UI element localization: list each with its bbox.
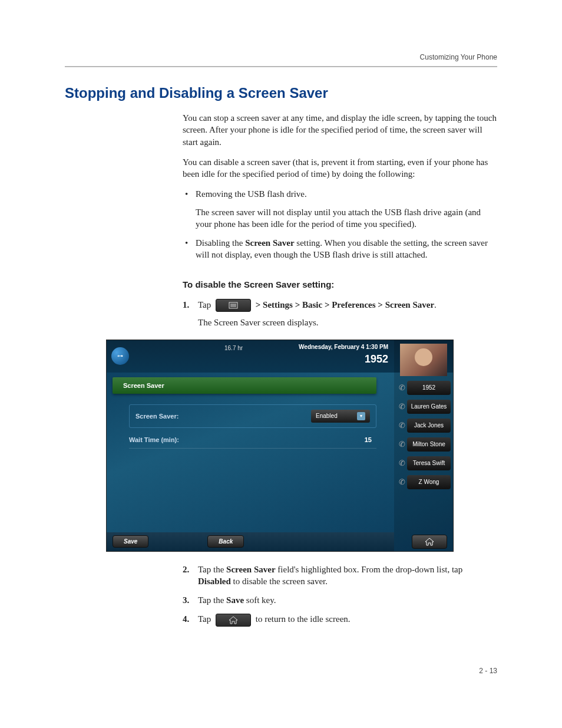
contact-item[interactable]: ✆ Milton Stone bbox=[396, 436, 451, 453]
screen-title: Screen Saver bbox=[113, 377, 376, 394]
bullet-1: Removing the USB flash drive. The screen… bbox=[183, 188, 497, 230]
contacts-sidebar: ✆ 1952 ✆ Lauren Gates ✆ Jack Jones ✆ Mil… bbox=[394, 340, 453, 551]
contact-label: Teresa Swift bbox=[407, 456, 451, 470]
phone-icon: ✆ bbox=[396, 459, 407, 467]
phone-icon: ✆ bbox=[396, 421, 407, 430]
saver-label: Screen Saver: bbox=[135, 413, 311, 420]
step-3-a: Tap the bbox=[198, 595, 226, 605]
paragraph-1: You can stop a screen saver at any time,… bbox=[183, 112, 497, 148]
main-panel: Screen Saver Screen Saver: Enabled ▾ Wai… bbox=[107, 373, 394, 532]
wait-value[interactable]: 15 bbox=[365, 436, 376, 443]
contact-label: Jack Jones bbox=[407, 419, 451, 433]
step-2-c: field's highlighted box. From the drop-d… bbox=[276, 565, 463, 574]
contact-item[interactable]: ✆ Lauren Gates bbox=[396, 398, 451, 415]
step-4: Tap to return to the idle screen. bbox=[183, 613, 497, 627]
step-2-d: Disabled bbox=[198, 577, 231, 586]
step-2-a: Tap the bbox=[198, 565, 226, 574]
bullet-1-sub: The screen saver will not display until … bbox=[196, 206, 497, 230]
contact-item[interactable]: ✆ Z Wong bbox=[396, 474, 451, 490]
extension-label: 1952 bbox=[365, 353, 388, 365]
back-softkey[interactable]: Back bbox=[207, 535, 244, 548]
step-3-b: Save bbox=[226, 595, 244, 605]
wait-time-row: Wait Time (min): 15 bbox=[129, 436, 376, 449]
datetime-label: Wednesday, February 4 1:30 PM bbox=[299, 344, 388, 350]
page-number: 2 - 13 bbox=[479, 667, 497, 675]
contact-item[interactable]: ✆ 1952 bbox=[396, 380, 451, 396]
contact-item[interactable]: ✆ Jack Jones bbox=[396, 417, 451, 434]
chevron-down-icon: ▾ bbox=[357, 412, 365, 420]
step-4-b: to return to the idle screen. bbox=[256, 614, 351, 624]
menu-button-icon bbox=[216, 299, 251, 312]
bullet-2: Disabling the Screen Saver setting. When… bbox=[183, 237, 497, 261]
header-divider bbox=[65, 66, 497, 67]
wait-label: Wait Time (min): bbox=[129, 436, 365, 443]
step-2-e: to disable the screen saver. bbox=[231, 577, 328, 586]
phone-icon: ✆ bbox=[396, 402, 407, 411]
paragraph-2: You can disable a screen saver (that is,… bbox=[183, 156, 497, 180]
phone-icon: ✆ bbox=[396, 440, 407, 449]
home-button-icon bbox=[216, 614, 251, 627]
contact-label: Z Wong bbox=[407, 475, 451, 489]
saver-value: Enabled bbox=[316, 413, 338, 419]
screen-saver-row: Screen Saver: Enabled ▾ bbox=[129, 404, 376, 428]
section-title: Stopping and Disabling a Screen Saver bbox=[65, 85, 497, 101]
header-breadcrumb: Customizing Your Phone bbox=[65, 53, 497, 61]
step-1-text-c: . bbox=[434, 300, 437, 309]
phone-screenshot: ⊶ 16.7 hr Wednesday, February 4 1:30 PM … bbox=[106, 340, 454, 552]
usb-icon[interactable]: ⊶ bbox=[111, 347, 129, 365]
step-3: Tap the Save soft key. bbox=[183, 594, 497, 606]
contact-label: Lauren Gates bbox=[407, 400, 451, 414]
phone-icon: ✆ bbox=[396, 383, 407, 392]
contact-label: 1952 bbox=[407, 381, 451, 395]
contact-item[interactable]: ✆ Teresa Swift bbox=[396, 455, 451, 472]
contact-label: Milton Stone bbox=[407, 437, 451, 452]
step-1: Tap > Settings > Basic > Preferences > S… bbox=[183, 299, 497, 329]
step-4-a: Tap bbox=[198, 614, 213, 624]
step-2-b: Screen Saver bbox=[226, 565, 275, 574]
bullet-2-text-a: Disabling the bbox=[196, 238, 245, 248]
home-button[interactable] bbox=[412, 535, 447, 549]
step-1-path: > Settings > Basic > Preferences > Scree… bbox=[256, 300, 434, 309]
avatar bbox=[400, 344, 447, 376]
subheading: To disable the Screen Saver setting: bbox=[183, 279, 497, 291]
save-softkey[interactable]: Save bbox=[113, 535, 148, 548]
step-1-sub: The Screen Saver screen displays. bbox=[198, 317, 497, 328]
phone-icon: ✆ bbox=[396, 477, 407, 486]
step-3-c: soft key. bbox=[244, 595, 276, 605]
step-1-text-a: Tap bbox=[198, 300, 213, 309]
bullet-2-bold: Screen Saver bbox=[245, 238, 294, 248]
hours-label: 16.7 hr bbox=[224, 345, 243, 351]
softkey-bar: Save Back bbox=[107, 532, 394, 551]
bullet-1-text: Removing the USB flash drive. bbox=[196, 189, 307, 199]
step-2: Tap the Screen Saver field's highlighted… bbox=[183, 564, 497, 588]
saver-dropdown[interactable]: Enabled ▾ bbox=[311, 410, 370, 423]
